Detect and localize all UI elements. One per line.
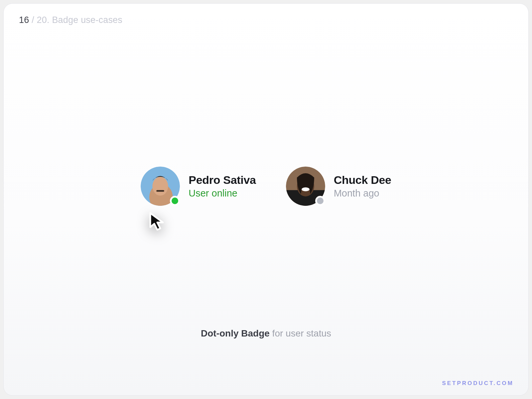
watermark: SETPRODUCT.COM xyxy=(442,380,514,387)
avatar-wrap xyxy=(286,167,325,206)
caption-strong: Dot-only Badge xyxy=(201,328,270,338)
user-card[interactable]: Chuck Dee Month ago xyxy=(286,167,391,206)
avatar-wrap xyxy=(141,167,180,206)
user-status: User online xyxy=(189,188,256,199)
breadcrumb-current: 16 xyxy=(19,15,29,25)
user-name: Chuck Dee xyxy=(334,174,391,187)
breadcrumb: 16 / 20. Badge use-cases xyxy=(19,15,122,25)
breadcrumb-separator: / xyxy=(29,15,37,25)
slide-caption: Dot-only Badge for user status xyxy=(4,328,528,339)
svg-rect-4 xyxy=(156,190,164,192)
svg-point-9 xyxy=(302,188,310,192)
svg-point-3 xyxy=(153,177,168,196)
slide-frame: 16 / 20. Badge use-cases xyxy=(3,3,529,396)
status-dot-icon xyxy=(170,196,180,206)
user-name: Pedro Sativa xyxy=(189,174,256,187)
user-card[interactable]: Pedro Sativa User online xyxy=(141,167,256,206)
user-text: Chuck Dee Month ago xyxy=(334,174,391,199)
user-status: Month ago xyxy=(334,188,391,199)
user-cards-row: Pedro Sativa User online xyxy=(4,167,528,206)
cursor-icon xyxy=(148,212,168,232)
status-dot-icon xyxy=(315,196,325,206)
caption-rest: for user status xyxy=(270,328,331,338)
user-text: Pedro Sativa User online xyxy=(189,174,256,199)
breadcrumb-total: 20. Badge use-cases xyxy=(37,15,122,25)
